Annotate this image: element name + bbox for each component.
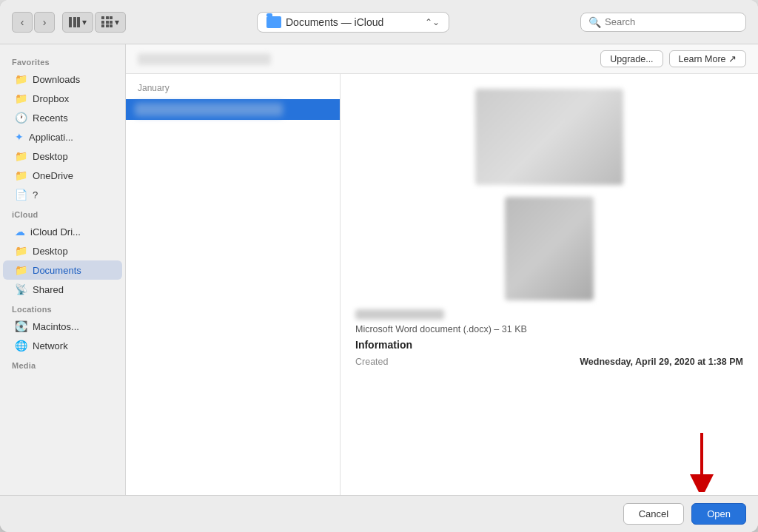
- file-icon: 📄: [15, 189, 27, 201]
- folder-icon: 📁: [15, 73, 27, 85]
- sidebar-item-label: Documents: [33, 265, 81, 276]
- sidebar-item-shared[interactable]: 📡 Shared: [3, 280, 122, 299]
- icloud-banner: Upgrade... Learn More ↗: [126, 44, 758, 74]
- icloud-banner-buttons: Upgrade... Learn More ↗: [600, 50, 746, 67]
- disk-icon: 💽: [15, 320, 27, 332]
- created-label: Created: [355, 357, 388, 367]
- icloud-label: iCloud: [0, 204, 125, 222]
- sidebar-item-label: Desktop: [33, 246, 68, 257]
- sidebar-item-label: iCloud Dri...: [30, 226, 81, 238]
- sidebar-item-label: Applicati...: [29, 132, 73, 143]
- sidebar: Favorites 📁 Downloads 📁 Dropbox 🕐 Recent…: [0, 44, 126, 495]
- item-name-blurred: [135, 103, 283, 116]
- sidebar-item-unknown[interactable]: 📄 ?: [3, 185, 122, 204]
- column-view-button[interactable]: ▾: [62, 12, 93, 33]
- sidebar-item-label: ?: [33, 189, 38, 201]
- created-value: Wednesday, April 29, 2020 at 1:38 PM: [580, 357, 743, 367]
- sidebar-item-dropbox[interactable]: 📁 Dropbox: [3, 89, 122, 108]
- location-chevron: ⌃⌄: [425, 17, 440, 27]
- file-info-created-row: Created Wednesday, April 29, 2020 at 1:3…: [355, 357, 743, 367]
- sidebar-item-network[interactable]: 🌐 Network: [3, 336, 122, 355]
- folder-icon: 📁: [15, 150, 27, 162]
- locations-label: Locations: [0, 299, 125, 317]
- file-name-blurred: [355, 309, 444, 320]
- app-icon: ✦: [15, 131, 24, 143]
- sidebar-item-icloud-drive[interactable]: ☁ iCloud Dri...: [3, 222, 122, 241]
- sidebar-item-macintosh[interactable]: 💽 Macintos...: [3, 317, 122, 336]
- sidebar-item-icloud-desktop[interactable]: 📁 Desktop: [3, 241, 122, 260]
- sidebar-item-downloads[interactable]: 📁 Downloads: [3, 70, 122, 89]
- folder-icon: [266, 16, 281, 28]
- view-grid-arrow: ▾: [115, 17, 119, 27]
- folder-icon: 📁: [15, 169, 27, 181]
- network-icon: 🌐: [15, 340, 27, 351]
- icloud-banner-text: [138, 53, 271, 65]
- list-item[interactable]: [126, 99, 340, 120]
- open-button[interactable]: Open: [691, 503, 746, 525]
- shared-icon: 📡: [15, 283, 27, 295]
- sidebar-item-recents[interactable]: 🕐 Recents: [3, 108, 122, 127]
- open-button-container: Open: [691, 503, 746, 525]
- file-browser: Upgrade... Learn More ↗ January: [126, 44, 758, 495]
- cancel-button[interactable]: Cancel: [623, 503, 684, 525]
- file-info-label: Information: [355, 339, 743, 351]
- sidebar-item-label: OneDrive: [33, 170, 73, 181]
- clock-icon: 🕐: [15, 112, 27, 124]
- upgrade-button[interactable]: Upgrade...: [600, 50, 663, 67]
- sidebar-item-label: Shared: [33, 284, 64, 295]
- preview-image-1: [475, 89, 623, 185]
- folder-icon: 📁: [15, 245, 27, 257]
- favorites-label: Favorites: [0, 52, 125, 70]
- back-button[interactable]: ‹: [12, 12, 33, 33]
- search-input[interactable]: [605, 16, 738, 27]
- file-type: Microsoft Word document (.docx) – 31 KB: [355, 324, 743, 334]
- folder-icon: 📁: [15, 264, 27, 276]
- view-buttons: ▾ ▾: [62, 12, 126, 33]
- finder-window: ‹ › ▾ ▾: [0, 0, 758, 532]
- location-pill[interactable]: Documents — iCloud ⌃⌄: [257, 12, 449, 33]
- sidebar-item-label: Downloads: [33, 74, 80, 85]
- footer: Cancel Open: [0, 495, 758, 532]
- cloud-icon: ☁: [15, 226, 25, 238]
- sidebar-item-label: Recents: [33, 112, 68, 124]
- location-label: Documents — iCloud: [286, 16, 383, 28]
- column-view: January Microsoft Word document (.docx) …: [126, 74, 758, 495]
- search-icon: 🔍: [588, 16, 601, 28]
- nav-buttons: ‹ ›: [12, 12, 55, 33]
- folder-icon: 📁: [15, 92, 27, 104]
- preview-pane: Microsoft Word document (.docx) – 31 KB …: [341, 74, 758, 495]
- main-content: Favorites 📁 Downloads 📁 Dropbox 🕐 Recent…: [0, 44, 758, 495]
- forward-button[interactable]: ›: [34, 12, 55, 33]
- sidebar-item-label: Desktop: [33, 151, 68, 162]
- view-dropdown-arrow: ▾: [82, 17, 87, 27]
- grid-view-button[interactable]: ▾: [95, 12, 126, 33]
- location-bar: Documents — iCloud ⌃⌄: [133, 12, 573, 33]
- learn-more-button[interactable]: Learn More ↗: [669, 50, 746, 67]
- column-list: January: [126, 74, 341, 495]
- grid-icon: [101, 16, 113, 27]
- sidebar-item-onedrive[interactable]: 📁 OneDrive: [3, 166, 122, 185]
- toolbar: ‹ › ▾ ▾: [0, 0, 758, 44]
- panel-icon: [69, 17, 80, 27]
- preview-images: [352, 89, 746, 300]
- sidebar-item-applications[interactable]: ✦ Applicati...: [3, 127, 122, 147]
- search-bar[interactable]: 🔍: [580, 13, 746, 32]
- location-pill-left: Documents — iCloud: [266, 16, 383, 28]
- preview-image-2: [505, 197, 594, 300]
- sidebar-item-documents[interactable]: 📁 Documents: [3, 260, 122, 280]
- sidebar-item-desktop[interactable]: 📁 Desktop: [3, 147, 122, 166]
- column-header: January: [126, 80, 340, 99]
- sidebar-item-label: Dropbox: [33, 93, 69, 104]
- sidebar-item-label: Network: [33, 340, 68, 351]
- file-info: Microsoft Word document (.docx) – 31 KB …: [352, 309, 746, 367]
- sidebar-item-label: Macintos...: [33, 321, 79, 332]
- media-label: Media: [0, 355, 125, 373]
